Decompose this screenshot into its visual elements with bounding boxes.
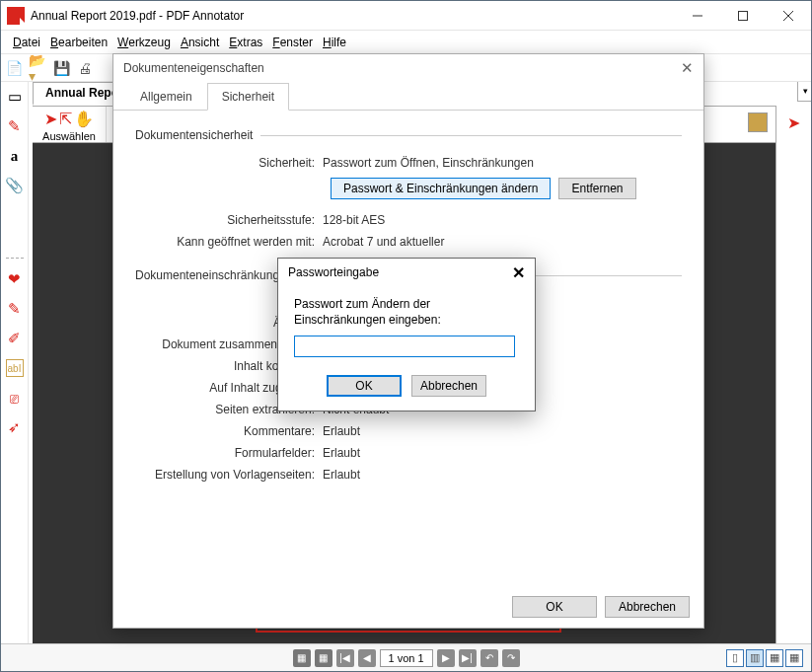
restriction-value: Erlaubt [323, 446, 360, 460]
remove-security-button[interactable]: Entfernen [558, 178, 635, 199]
arrow-tool-icon[interactable]: ➶ [6, 418, 24, 436]
dialog-close-button[interactable]: ✕ [681, 59, 694, 77]
stamp-icon[interactable]: ⎚ [6, 389, 24, 407]
left-tool-strip: ▭ ✎ a 📎 ❤ ✎ ✐ abI ⎚ ➶ [1, 82, 29, 643]
hand-icon: ✋ [74, 110, 94, 128]
menubar: Datei Bearbeiten Werkzeug Ansicht Extras… [1, 31, 811, 54]
select-label: Auswählen [42, 130, 96, 142]
attach-icon[interactable]: 📎 [6, 177, 24, 194]
last-page-button[interactable]: ▶| [459, 649, 477, 667]
properties-ok-button[interactable]: OK [512, 596, 597, 618]
password-dialog-titlebar: Passworteingabe ✕ [278, 259, 535, 286]
properties-cancel-button[interactable]: Abbrechen [605, 596, 690, 618]
cursor-alt-icon: ⇱ [59, 110, 72, 128]
password-cancel-button[interactable]: Abbrechen [411, 375, 486, 397]
print-icon[interactable]: 🖨 [76, 59, 94, 77]
view-two-icon[interactable]: ▦ [766, 649, 783, 667]
back-button[interactable]: ↶ [480, 649, 498, 667]
password-ok-button[interactable]: OK [327, 375, 402, 397]
openwith-key: Kann geöffnet werden mit: [135, 235, 323, 249]
restriction-row: Erstellung von Vorlagenseiten:Erlaubt [135, 468, 682, 482]
password-input[interactable] [294, 336, 515, 357]
maximize-button[interactable] [720, 1, 766, 30]
favorite-icon[interactable]: ❤ [6, 270, 24, 288]
restriction-key: Erstellung von Vorlagenseiten: [135, 468, 323, 482]
thumbs2-icon[interactable]: ▦ [315, 649, 332, 667]
section-restrictions-label: Dokumenteneinschränkungen [135, 268, 292, 282]
tab-security[interactable]: Sicherheit [207, 83, 289, 111]
tab-dropdown[interactable]: ▾ [797, 82, 811, 102]
highlighter-icon[interactable]: ✐ [6, 330, 24, 347]
level-value: 128-bit AES [323, 213, 385, 227]
password-dialog-title: Passworteingabe [288, 265, 379, 279]
save-icon[interactable]: 💾 [52, 59, 70, 77]
restriction-value: Erlaubt [323, 468, 360, 482]
first-page-button[interactable]: |◀ [336, 649, 354, 667]
restriction-row: Kommentare:Erlaubt [135, 424, 682, 438]
statusbar: ▦ ▦ |◀ ◀ ▶ ▶| ↶ ↷ ▯ ▥ ▦ ▦ [1, 643, 811, 671]
menu-bearbeiten[interactable]: Bearbeiten [46, 34, 111, 51]
menu-extras[interactable]: Extras [225, 34, 266, 51]
view-mode-buttons: ▯ ▥ ▦ ▦ [726, 649, 803, 667]
open-icon[interactable]: 📂▾ [29, 59, 46, 77]
restriction-key: Kommentare: [135, 424, 323, 438]
app-window: Annual Report 2019.pdf - PDF Annotator D… [0, 0, 812, 672]
text-tool-icon[interactable]: a [6, 147, 24, 165]
svg-rect-1 [739, 11, 748, 20]
change-password-button[interactable]: Passwort & Einschränkungen ändern [331, 178, 551, 199]
textbox-icon[interactable]: abI [6, 359, 24, 377]
pager: ▦ ▦ |◀ ◀ ▶ ▶| ↶ ↷ [293, 649, 520, 667]
titlebar: Annual Report 2019.pdf - PDF Annotator [1, 1, 811, 31]
restriction-key: Formularfelder: [135, 446, 323, 460]
app-icon [7, 7, 25, 25]
thumbs1-icon[interactable]: ▦ [293, 649, 311, 667]
security-key: Sicherheit: [135, 156, 323, 170]
tab-general[interactable]: Allgemein [125, 83, 207, 111]
close-button[interactable] [766, 1, 811, 30]
view-two-cont-icon[interactable]: ▦ [785, 649, 803, 667]
window-title: Annual Report 2019.pdf - PDF Annotator [31, 9, 675, 23]
view-single-icon[interactable]: ▯ [726, 649, 744, 667]
dialog-titlebar: Dokumenteneigenschaften ✕ [113, 54, 703, 82]
menu-ansicht[interactable]: Ansicht [177, 34, 223, 51]
view-cont-icon[interactable]: ▥ [746, 649, 764, 667]
page-icon[interactable]: ▭ [6, 88, 24, 106]
pen-icon[interactable]: ✎ [6, 117, 24, 135]
pen2-icon[interactable]: ✎ [6, 300, 24, 318]
right-strip: ➤ [775, 106, 811, 643]
next-page-button[interactable]: ▶ [437, 649, 455, 667]
security-value: Passwort zum Öffnen, Einschränkungen [323, 156, 534, 170]
minimize-button[interactable] [675, 1, 720, 30]
menu-datei[interactable]: Datei [9, 34, 44, 51]
menu-werkzeug[interactable]: Werkzeug [113, 34, 175, 51]
restriction-row: Formularfelder:Erlaubt [135, 446, 682, 460]
restriction-value: Erlaubt [323, 424, 360, 438]
select-tool-group[interactable]: ➤ ⇱ ✋ Auswählen [33, 107, 107, 142]
dialog-title: Dokumenteneigenschaften [123, 61, 264, 75]
level-key: Sicherheitsstufe: [135, 213, 323, 227]
new-icon[interactable]: 📄 [5, 59, 23, 77]
password-message: Passwort zum Ändern der Einschränkungen … [294, 296, 519, 328]
openwith-value: Acrobat 7 und aktueller [323, 235, 444, 249]
pointer-icon[interactable]: ➤ [787, 113, 800, 132]
menu-hilfe[interactable]: Hilfe [319, 34, 350, 51]
prev-page-button[interactable]: ◀ [358, 649, 376, 667]
page-input[interactable] [380, 649, 433, 667]
password-dialog: Passworteingabe ✕ Passwort zum Ändern de… [277, 258, 536, 411]
color-swatch[interactable] [748, 112, 768, 132]
cursor-icon: ➤ [44, 110, 57, 128]
forward-button[interactable]: ↷ [502, 649, 520, 667]
section-security-label: Dokumentensicherheit [135, 128, 253, 142]
menu-fenster[interactable]: Fenster [268, 34, 317, 51]
password-dialog-close-button[interactable]: ✕ [512, 263, 525, 282]
